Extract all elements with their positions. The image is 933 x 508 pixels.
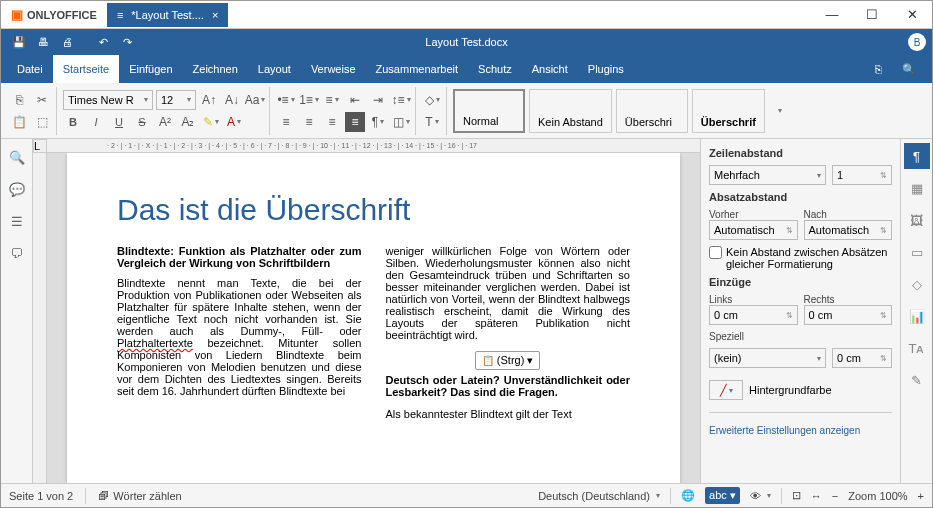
word-count[interactable]: 🗊Wörter zählen bbox=[98, 490, 181, 502]
bold-button[interactable]: B bbox=[63, 112, 83, 132]
italic-button[interactable]: I bbox=[86, 112, 106, 132]
style-heading1[interactable]: Überschri bbox=[616, 89, 688, 133]
menu-startseite[interactable]: Startseite bbox=[53, 55, 119, 83]
signature-tab-icon[interactable]: ✎ bbox=[904, 367, 930, 393]
font-size-select[interactable]: 12 bbox=[156, 90, 196, 110]
copy-button[interactable]: ⎘ bbox=[9, 90, 29, 110]
paste-options-badge[interactable]: 📋 (Strg) ▾ bbox=[475, 351, 540, 370]
menu-plugins[interactable]: Plugins bbox=[578, 55, 634, 83]
header-tab-icon[interactable]: ▭ bbox=[904, 239, 930, 265]
numbering-button[interactable]: 1≡ bbox=[299, 90, 319, 110]
no-spacing-checkbox[interactable] bbox=[709, 246, 722, 259]
redo-button[interactable]: ↷ bbox=[115, 31, 139, 53]
align-right-button[interactable]: ≡ bbox=[322, 112, 342, 132]
language-select[interactable]: Deutsch (Deutschland) bbox=[538, 490, 660, 502]
style-kein-abstand[interactable]: Kein Abstand bbox=[529, 89, 612, 133]
font-color-button[interactable]: A bbox=[224, 112, 244, 132]
font-family-select[interactable]: Times New R bbox=[63, 90, 153, 110]
undo-button[interactable]: ↶ bbox=[91, 31, 115, 53]
change-case-button[interactable]: Aa bbox=[245, 90, 265, 110]
open-location-button[interactable]: ⎘ bbox=[865, 55, 892, 83]
indent-left-input[interactable]: 0 cm bbox=[709, 305, 798, 325]
find-icon[interactable]: 🔍 bbox=[7, 147, 27, 167]
horizontal-ruler[interactable]: · 2 · | · 1 · | · X · | · 1 · | · 2 · | … bbox=[47, 139, 700, 153]
advanced-settings-link[interactable]: Erweiterte Einstellungen anzeigen bbox=[709, 425, 892, 436]
align-center-button[interactable]: ≡ bbox=[299, 112, 319, 132]
menu-ansicht[interactable]: Ansicht bbox=[522, 55, 578, 83]
special-indent-value[interactable]: 0 cm bbox=[832, 348, 892, 368]
feedback-icon[interactable]: 🗩 bbox=[7, 243, 27, 263]
quick-print-button[interactable]: 🖨 bbox=[55, 31, 79, 53]
image-tab-icon[interactable]: 🖼 bbox=[904, 207, 930, 233]
multilevel-button[interactable]: ≡ bbox=[322, 90, 342, 110]
highlight-button[interactable]: ✎ bbox=[201, 112, 221, 132]
special-indent-select[interactable]: (kein) bbox=[709, 348, 826, 368]
menu-layout[interactable]: Layout bbox=[248, 55, 301, 83]
insert-textart-button[interactable]: T bbox=[422, 112, 442, 132]
spacing-after-input[interactable]: Automatisch bbox=[804, 220, 893, 240]
comments-icon[interactable]: 💬 bbox=[7, 179, 27, 199]
underline-button[interactable]: U bbox=[109, 112, 129, 132]
track-mode-select[interactable]: 👁 bbox=[750, 490, 771, 502]
fit-page-button[interactable]: ⊡ bbox=[792, 489, 801, 502]
zoom-in-button[interactable]: + bbox=[918, 490, 924, 502]
menu-zusammenarbeit[interactable]: Zusammenarbeit bbox=[366, 55, 469, 83]
zoom-out-button[interactable]: − bbox=[832, 490, 838, 502]
menu-verweise[interactable]: Verweise bbox=[301, 55, 366, 83]
insert-shape-button[interactable]: ◇ bbox=[422, 90, 442, 110]
tab-close-icon[interactable]: × bbox=[212, 9, 218, 21]
user-avatar[interactable]: B bbox=[908, 33, 926, 51]
chart-tab-icon[interactable]: 📊 bbox=[904, 303, 930, 329]
menu-zeichnen[interactable]: Zeichnen bbox=[183, 55, 248, 83]
track-changes-toggle[interactable]: abc ▾ bbox=[705, 487, 740, 504]
headings-icon[interactable]: ☰ bbox=[7, 211, 27, 231]
select-all-button[interactable]: ⬚ bbox=[32, 112, 52, 132]
strike-button[interactable]: S bbox=[132, 112, 152, 132]
titlebar: ONLYOFFICE ≡ *Layout Test.... × — ☐ ✕ bbox=[1, 1, 932, 29]
decrease-size-button[interactable]: A↓ bbox=[222, 90, 242, 110]
justify-button[interactable]: ≡ bbox=[345, 112, 365, 132]
superscript-button[interactable]: A² bbox=[155, 112, 175, 132]
save-button[interactable]: 💾 bbox=[7, 31, 31, 53]
document-page[interactable]: Das ist die Überschrift Blindtexte: Funk… bbox=[67, 153, 680, 483]
maximize-button[interactable]: ☐ bbox=[852, 1, 892, 29]
increase-size-button[interactable]: A↑ bbox=[199, 90, 219, 110]
document-tab[interactable]: ≡ *Layout Test.... × bbox=[107, 3, 228, 27]
menu-schutz[interactable]: Schutz bbox=[468, 55, 522, 83]
decrease-indent-button[interactable]: ⇤ bbox=[345, 90, 365, 110]
bg-color-picker[interactable]: ╱ bbox=[709, 380, 743, 400]
close-button[interactable]: ✕ bbox=[892, 1, 932, 29]
style-heading2[interactable]: Überschrif bbox=[692, 89, 765, 133]
textart-tab-icon[interactable]: Tᴀ bbox=[904, 335, 930, 361]
minimize-button[interactable]: — bbox=[812, 1, 852, 29]
search-button[interactable]: 🔍 bbox=[892, 55, 926, 83]
paragraph-tab-icon[interactable]: ¶ bbox=[904, 143, 930, 169]
cut-button[interactable]: ✂ bbox=[32, 90, 52, 110]
shape-tab-icon[interactable]: ◇ bbox=[904, 271, 930, 297]
menu-bar: Datei Startseite Einfügen Zeichnen Layou… bbox=[1, 55, 932, 83]
style-normal[interactable]: Normal bbox=[453, 89, 525, 133]
style-gallery-expand[interactable] bbox=[769, 101, 789, 121]
spellcheck-underline: Platzhaltertexte bbox=[117, 337, 193, 349]
fit-width-button[interactable]: ↔ bbox=[811, 490, 822, 502]
bullets-button[interactable]: •≡ bbox=[276, 90, 296, 110]
print-button[interactable]: 🖶 bbox=[31, 31, 55, 53]
zoom-label[interactable]: Zoom 100% bbox=[848, 490, 907, 502]
line-spacing-select[interactable]: Mehrfach bbox=[709, 165, 826, 185]
indent-right-input[interactable]: 0 cm bbox=[804, 305, 893, 325]
line-spacing-value[interactable]: 1 bbox=[832, 165, 892, 185]
spellcheck-toggle[interactable]: 🌐 bbox=[681, 489, 695, 502]
nonprinting-button[interactable]: ¶ bbox=[368, 112, 388, 132]
spacing-before-input[interactable]: Automatisch bbox=[709, 220, 798, 240]
menu-datei[interactable]: Datei bbox=[7, 55, 53, 83]
shading-button[interactable]: ◫ bbox=[391, 112, 411, 132]
page-indicator[interactable]: Seite 1 von 2 bbox=[9, 490, 73, 502]
increase-indent-button[interactable]: ⇥ bbox=[368, 90, 388, 110]
paste-button[interactable]: 📋 bbox=[9, 112, 29, 132]
line-spacing-button[interactable]: ↕≡ bbox=[391, 90, 411, 110]
menu-einfuegen[interactable]: Einfügen bbox=[119, 55, 182, 83]
subscript-button[interactable]: A₂ bbox=[178, 112, 198, 132]
vertical-ruler[interactable] bbox=[33, 153, 47, 483]
align-left-button[interactable]: ≡ bbox=[276, 112, 296, 132]
table-tab-icon[interactable]: ▦ bbox=[904, 175, 930, 201]
